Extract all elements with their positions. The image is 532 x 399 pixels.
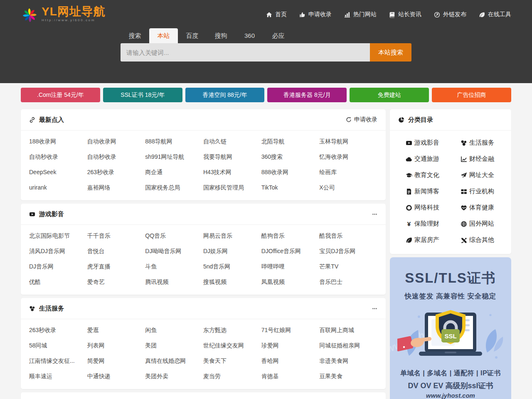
site-link[interactable]: 绘画库 bbox=[319, 165, 377, 180]
site-link[interactable]: 国家移民管理局 bbox=[203, 180, 261, 195]
site-link[interactable]: DJ呦呦音乐网 bbox=[145, 244, 203, 259]
site-link[interactable]: 豆果美食 bbox=[319, 369, 377, 384]
search-tab[interactable]: 搜狗 bbox=[207, 28, 235, 43]
category-link[interactable]: 家居房产 bbox=[396, 232, 451, 248]
site-link[interactable]: H43技术网 bbox=[203, 165, 261, 180]
site-link[interactable]: X公司 bbox=[319, 180, 377, 195]
site-link[interactable]: 忆海收录网 bbox=[319, 149, 377, 165]
apply-inclusion-link[interactable]: 申请收录 bbox=[346, 116, 377, 123]
category-link[interactable]: 网络科技 bbox=[396, 200, 451, 216]
site-link[interactable]: 360搜索 bbox=[261, 149, 320, 165]
site-link[interactable]: 北京国际电影节 bbox=[29, 228, 87, 244]
category-link[interactable]: 行业机构 bbox=[451, 183, 505, 200]
site-link[interactable]: DJ娱乐网 bbox=[203, 244, 261, 259]
category-link[interactable]: ¥ 保险理财 bbox=[396, 216, 451, 232]
site-link[interactable]: 北陌导航 bbox=[261, 134, 320, 149]
category-link[interactable]: 综合其他 bbox=[451, 232, 505, 248]
nav-item[interactable]: 首页 bbox=[266, 11, 287, 18]
site-link[interactable]: 肯德基 bbox=[261, 369, 320, 384]
site-link[interactable]: 自动久链 bbox=[203, 134, 261, 149]
site-link[interactable]: 闲鱼 bbox=[145, 323, 203, 338]
promo-banner[interactable]: 香港空间 88元/年 bbox=[185, 88, 265, 102]
site-link[interactable]: 58同城 bbox=[29, 338, 87, 353]
promo-banner[interactable]: 广告位招商 bbox=[432, 88, 511, 102]
site-link[interactable]: 自动秒收录 bbox=[29, 149, 87, 165]
nav-item[interactable]: 热门网站 bbox=[344, 11, 377, 18]
category-link[interactable]: 交通旅游 bbox=[396, 151, 451, 167]
site-link[interactable]: 美团外卖 bbox=[145, 369, 203, 384]
site-link[interactable]: 芒果TV bbox=[319, 259, 377, 274]
promo-banner[interactable]: 香港服务器 8元/月 bbox=[267, 88, 347, 102]
promo-banner[interactable]: .Com注册 54元/年 bbox=[21, 88, 100, 102]
site-link[interactable]: 百联网上商城 bbox=[319, 323, 377, 338]
site-link[interactable]: DJOffice音乐网 bbox=[261, 244, 320, 259]
site-logo[interactable]: YL网址导航 Http://www.yl600.com bbox=[21, 5, 106, 25]
category-link[interactable]: 教育文化 bbox=[396, 167, 451, 183]
nav-item[interactable]: 外链发布 bbox=[434, 11, 466, 18]
site-link[interactable]: 凤凰视频 bbox=[261, 274, 320, 290]
site-link[interactable]: 酷我音乐 bbox=[319, 228, 377, 244]
site-link[interactable]: 71号红娘网 bbox=[261, 323, 320, 338]
site-link[interactable]: 263秒收录 bbox=[87, 165, 145, 180]
site-link[interactable]: 腾讯视频 bbox=[145, 274, 203, 290]
site-link[interactable]: 我要导航网 bbox=[203, 149, 261, 165]
site-link[interactable]: sh991网址导航 bbox=[145, 149, 203, 165]
site-link[interactable]: DeepSeek bbox=[29, 165, 87, 180]
site-link[interactable]: 虎牙直播 bbox=[87, 259, 145, 274]
site-link[interactable]: 爱逛 bbox=[87, 323, 145, 338]
site-link[interactable]: 888收录网 bbox=[261, 165, 320, 180]
site-link[interactable]: 国家税务总局 bbox=[145, 180, 203, 195]
site-link[interactable]: 宝贝DJ音乐网 bbox=[319, 244, 377, 259]
category-link[interactable]: 游戏影音 bbox=[396, 135, 451, 151]
ssl-ad-banner[interactable]: www.jyhost.com SSL/TLS证书 快速签发 高兼容性 安全稳定 bbox=[390, 257, 511, 399]
site-link[interactable]: 美团 bbox=[145, 338, 203, 353]
category-link[interactable]: 财经金融 bbox=[451, 151, 505, 167]
category-link[interactable]: 体育健康 bbox=[451, 200, 505, 216]
site-link[interactable]: 江南情缘交友征... bbox=[29, 353, 87, 369]
site-link[interactable]: 美食天下 bbox=[203, 353, 261, 369]
site-link[interactable]: 188收录网 bbox=[29, 134, 87, 149]
site-link[interactable]: 香哈网 bbox=[261, 353, 320, 369]
promo-banner[interactable]: SSL证书 18元/年 bbox=[103, 88, 182, 102]
promo-banner[interactable]: 免费建站 bbox=[350, 88, 429, 102]
site-link[interactable]: 酷狗音乐 bbox=[261, 228, 320, 244]
site-link[interactable]: 音悦台 bbox=[87, 244, 145, 259]
site-link[interactable]: 同城征婚相亲网 bbox=[319, 338, 377, 353]
search-tab[interactable]: 搜索 bbox=[121, 28, 149, 43]
site-link[interactable]: 真情在线婚恋网 bbox=[145, 353, 203, 369]
site-link[interactable]: 自动秒收录 bbox=[87, 149, 145, 165]
site-link[interactable]: 哔哩哔哩 bbox=[261, 259, 320, 274]
nav-item[interactable]: 站长资讯 bbox=[389, 11, 421, 18]
search-input[interactable] bbox=[121, 43, 370, 62]
site-link[interactable]: 非遗美食网 bbox=[319, 353, 377, 369]
search-button[interactable]: 本站搜索 bbox=[370, 43, 411, 62]
site-link[interactable]: 斗鱼 bbox=[145, 259, 203, 274]
site-link[interactable]: 列表网 bbox=[87, 338, 145, 353]
site-link[interactable]: 5nd音乐网 bbox=[203, 259, 261, 274]
category-link[interactable]: 国外网站 bbox=[451, 216, 505, 232]
site-link[interactable]: TikTok bbox=[261, 180, 320, 195]
site-link[interactable]: 清风DJ音乐网 bbox=[29, 244, 87, 259]
site-link[interactable]: 888导航网 bbox=[145, 134, 203, 149]
nav-item[interactable]: 在线工具 bbox=[479, 11, 511, 18]
site-link[interactable]: 搜狐视频 bbox=[203, 274, 261, 290]
site-link[interactable]: urirank bbox=[29, 180, 87, 195]
search-tab[interactable]: 必应 bbox=[264, 28, 293, 43]
site-link[interactable]: 商企通 bbox=[145, 165, 203, 180]
category-link[interactable]: 生活服务 bbox=[451, 135, 505, 151]
category-link[interactable]: 网址大全 bbox=[451, 167, 505, 183]
site-link[interactable]: 优酷 bbox=[29, 274, 87, 290]
site-link[interactable]: 嘉裕网络 bbox=[87, 180, 145, 195]
site-link[interactable]: 简爱网 bbox=[87, 353, 145, 369]
site-link[interactable]: 音乐巴士 bbox=[319, 274, 377, 290]
search-tab[interactable]: 360 bbox=[235, 28, 264, 43]
site-link[interactable]: 东方甄选 bbox=[203, 323, 261, 338]
site-link[interactable]: 263秒收录 bbox=[29, 323, 87, 338]
site-link[interactable]: QQ音乐 bbox=[145, 228, 203, 244]
site-link[interactable]: 爱奇艺 bbox=[87, 274, 145, 290]
site-link[interactable]: 自动收录网 bbox=[87, 134, 145, 149]
site-link[interactable]: 千千音乐 bbox=[87, 228, 145, 244]
section-more-button[interactable] bbox=[372, 306, 377, 311]
site-link[interactable]: 世纪佳缘交友网 bbox=[203, 338, 261, 353]
category-link[interactable]: 新闻博客 bbox=[396, 183, 451, 200]
